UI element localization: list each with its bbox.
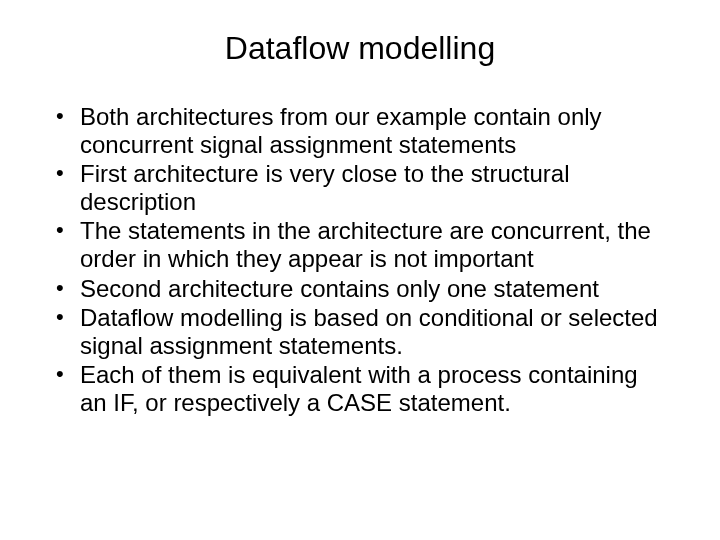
list-item: Dataflow modelling is based on condition… xyxy=(80,304,670,359)
list-item: Second architecture contains only one st… xyxy=(80,275,670,303)
bullet-list: Both architectures from our example cont… xyxy=(50,103,670,417)
slide: Dataflow modelling Both architectures fr… xyxy=(0,0,720,540)
list-item: The statements in the architecture are c… xyxy=(80,217,670,272)
list-item: First architecture is very close to the … xyxy=(80,160,670,215)
list-item: Both architectures from our example cont… xyxy=(80,103,670,158)
list-item: Each of them is equivalent with a proces… xyxy=(80,361,670,416)
slide-title: Dataflow modelling xyxy=(50,30,670,67)
